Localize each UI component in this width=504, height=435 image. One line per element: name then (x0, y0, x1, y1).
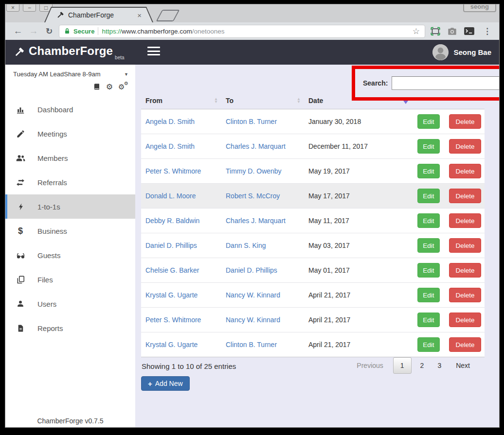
delete-button[interactable]: Delete (449, 337, 481, 352)
bar-chart-icon (14, 105, 27, 114)
sidebar-nav: Dashboard Meetings Members (5, 97, 135, 340)
pagination-page-2[interactable]: 2 (414, 358, 431, 373)
chapter-selector-label: Tuesday AM LeadShare 8-9am (13, 70, 124, 78)
delete-button[interactable]: Delete (449, 263, 481, 278)
reload-icon[interactable]: ↻ (41, 26, 57, 36)
from-link[interactable]: Angela D. Smith (145, 142, 226, 150)
sidebar-item-files[interactable]: Files (5, 267, 135, 292)
delete-button[interactable]: Delete (449, 189, 481, 203)
delete-button[interactable]: Delete (449, 313, 481, 327)
pagination-page-1[interactable]: 1 (393, 357, 412, 374)
delete-button[interactable]: Delete (449, 288, 481, 302)
from-link[interactable]: Krystal G. Ugarte (145, 341, 226, 348)
to-link[interactable]: Timmy D. Owenby (226, 167, 308, 175)
pagination-previous[interactable]: Previous (349, 362, 391, 369)
address-bar[interactable]: Secure https://www.chamberforge.com/onet… (59, 25, 425, 38)
tab-close-icon[interactable]: × (137, 11, 142, 19)
pagination-page-3[interactable]: 3 (431, 358, 448, 373)
edit-button[interactable]: Edit (417, 139, 440, 154)
hamburger-menu-icon[interactable] (147, 47, 160, 55)
camera-extension-icon[interactable] (447, 27, 457, 36)
url-path: /onetoones (192, 28, 225, 35)
bookmark-star-icon[interactable]: ☆ (413, 26, 420, 36)
from-link[interactable]: Peter S. Whitmore (145, 316, 226, 324)
delete-button[interactable]: Delete (449, 164, 481, 178)
browser-menu-icon[interactable]: ⋮ (481, 26, 493, 36)
delete-button[interactable]: Delete (449, 139, 481, 154)
new-tab-button[interactable] (156, 10, 180, 21)
edit-button[interactable]: Edit (417, 114, 440, 129)
from-link[interactable]: Donald L. Moore (145, 192, 226, 200)
delete-button[interactable]: Delete (449, 114, 481, 129)
screen-capture-extension-icon[interactable] (430, 26, 441, 36)
from-link[interactable]: Angela D. Smith (145, 118, 226, 125)
add-new-button[interactable]: + Add New (141, 376, 190, 391)
sidebar-item-label: Business (37, 227, 67, 235)
sidebar-item-reports[interactable]: Reports (5, 316, 135, 340)
sidebar-item-meetings[interactable]: Meetings (5, 122, 135, 146)
one-to-ones-table: From ▲▼ To ▲▼ Date Angela D. Smith Clint… (141, 92, 485, 357)
user-menu[interactable]: Seong Bae (432, 44, 491, 60)
book-icon[interactable] (93, 83, 101, 91)
sidebar-item-business[interactable]: $ Business (5, 219, 135, 243)
sort-arrows-icon[interactable]: ▲▼ (214, 98, 218, 104)
from-link[interactable]: Debby R. Baldwin (145, 217, 226, 225)
to-link[interactable]: Dann S. King (226, 242, 308, 249)
sidebar-item-label: Users (37, 300, 56, 308)
gears-icon[interactable]: ⚙⚙ (118, 83, 128, 91)
column-header-from[interactable]: From ▲▼ (145, 97, 226, 104)
brand[interactable]: ChamberForge beta (29, 44, 125, 60)
bolt-icon (14, 202, 27, 211)
edit-button[interactable]: Edit (417, 164, 440, 178)
edit-button[interactable]: Edit (417, 337, 440, 352)
gear-icon[interactable]: ⚙ (106, 83, 113, 91)
terminal-extension-icon[interactable] (464, 27, 475, 35)
to-link[interactable]: Daniel D. Phillips (226, 266, 308, 274)
edit-button[interactable]: Edit (417, 288, 440, 302)
forward-icon[interactable]: → (26, 26, 41, 36)
sidebar-item-referrals[interactable]: Referrals (5, 170, 135, 194)
edit-button[interactable]: Edit (417, 213, 440, 228)
edit-button[interactable]: Edit (417, 189, 440, 203)
delete-button[interactable]: Delete (449, 238, 481, 253)
edit-button[interactable]: Edit (417, 313, 440, 327)
from-link[interactable]: Daniel D. Phillips (145, 242, 226, 249)
to-link[interactable]: Clinton B. Turner (226, 341, 308, 348)
sort-arrows-icon[interactable]: ▲▼ (297, 98, 301, 104)
edit-button[interactable]: Edit (417, 238, 440, 253)
column-header-to[interactable]: To ▲▼ (226, 97, 308, 104)
chapter-selector[interactable]: Tuesday AM LeadShare 8-9am ▼ (5, 65, 135, 78)
secure-lock-icon (64, 28, 70, 35)
to-link[interactable]: Nancy W. Kinnard (226, 316, 308, 324)
pencil-icon (14, 129, 27, 139)
back-icon[interactable]: ← (10, 26, 26, 36)
pagination-next[interactable]: Next (448, 362, 478, 369)
glasses-icon (14, 251, 27, 260)
edit-button[interactable]: Edit (417, 263, 440, 278)
window-minimize-button[interactable]: − (23, 4, 36, 12)
background-window-title: seong (463, 4, 496, 12)
sidebar-item-users[interactable]: Users (5, 292, 135, 316)
window-close-button[interactable]: × (6, 4, 19, 12)
url-text[interactable]: https://www.chamberforge.com/onetoones (102, 28, 224, 35)
table-row: Daniel D. Phillips Dann S. King May 03, … (141, 233, 485, 258)
to-link[interactable]: Nancy W. Kinnard (226, 291, 308, 299)
from-link[interactable]: Krystal G. Ugarte (145, 291, 226, 299)
sidebar-item-dashboard[interactable]: Dashboard (5, 97, 135, 122)
date-cell: December 11, 2017 (308, 142, 417, 150)
delete-button[interactable]: Delete (449, 213, 481, 228)
browser-tab[interactable]: ChamberForge × (45, 8, 152, 22)
from-link[interactable]: Chelsie G. Barker (145, 266, 226, 274)
to-link[interactable]: Charles J. Marquart (226, 217, 308, 225)
to-link[interactable]: Charles J. Marquart (226, 142, 308, 150)
to-link[interactable]: Robert S. McCroy (226, 192, 308, 200)
main-panel: Search: From ▲▼ To ▲▼ Date (135, 65, 499, 427)
sidebar-item-members[interactable]: Members (5, 146, 135, 170)
from-link[interactable]: Peter S. Whitmore (145, 167, 226, 175)
sidebar-item-guests[interactable]: Guests (5, 243, 135, 267)
url-host: www.chamberforge.com (122, 28, 192, 35)
secure-label[interactable]: Secure (73, 28, 94, 35)
search-input[interactable] (392, 76, 500, 90)
sidebar-item-1-to-1s[interactable]: 1-to-1s (5, 194, 135, 219)
to-link[interactable]: Clinton B. Turner (226, 118, 308, 125)
